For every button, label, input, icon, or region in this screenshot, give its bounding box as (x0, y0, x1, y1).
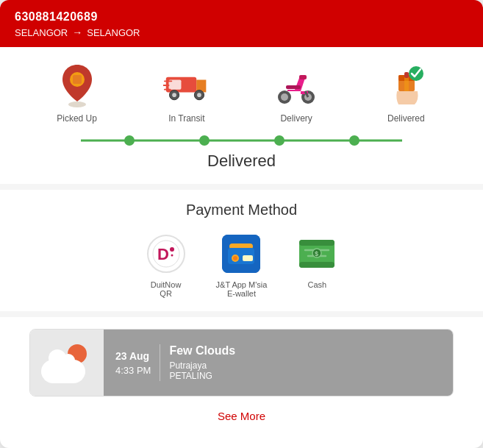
step-delivered: Delivered (373, 62, 439, 124)
svg-rect-31 (243, 255, 253, 261)
step-icon-delivery (273, 62, 320, 109)
steps-container: Picked Up (22, 62, 461, 124)
step-icon-delivered (382, 62, 429, 109)
duitnow-label: DuitNowQR (151, 280, 182, 298)
payment-section-title: Payment Method (22, 202, 461, 218)
duitnow-icon-wrap: D (146, 233, 187, 274)
step-picked-up: Picked Up (44, 62, 110, 124)
current-status: Delivered (22, 152, 461, 171)
main-card: 630881420689 SELANGOR → SELANGOR Pic (0, 0, 483, 448)
progress-dot-2 (199, 135, 210, 146)
step-delivery: Delivery (263, 62, 329, 124)
destination-label: SELANGOR (87, 27, 140, 38)
jt-wallet-icon-wrap (221, 233, 262, 274)
svg-rect-2 (73, 75, 82, 84)
step-icon-in-transit (163, 62, 210, 109)
weather-info-section: 23 Aug 4:33 PM Few Clouds Putrajaya PETA… (104, 330, 453, 396)
progress-dot-3 (274, 135, 285, 146)
svg-point-0 (68, 102, 86, 107)
weather-icon-section (30, 330, 104, 396)
tracking-number: 630881420689 (15, 10, 468, 24)
svg-rect-17 (286, 85, 301, 89)
step-icon-picked-up (54, 62, 101, 109)
payment-cash: $ Cash (296, 233, 337, 298)
svg-text:$: $ (315, 250, 318, 257)
body: Picked Up (0, 47, 483, 442)
see-more-button[interactable]: See More (218, 410, 265, 422)
progress-dots (124, 135, 359, 146)
weather-time: 4:33 PM (115, 365, 151, 376)
svg-rect-35 (299, 240, 334, 246)
route: SELANGOR → SELANGOR (15, 26, 468, 38)
header: 630881420689 SELANGOR → SELANGOR (0, 0, 483, 47)
weather-datetime: 23 Aug 4:33 PM (115, 350, 151, 376)
svg-rect-36 (299, 262, 334, 268)
svg-point-6 (172, 93, 176, 97)
svg-rect-22 (404, 72, 409, 78)
payment-jt-wallet: J&T App M'siaE-wallet (216, 233, 268, 298)
svg-rect-16 (299, 75, 307, 79)
weather-icon (41, 343, 93, 383)
svg-text:D: D (157, 245, 169, 263)
progress-dot-4 (349, 135, 359, 146)
cash-label: Cash (308, 280, 327, 289)
route-arrow-icon: → (72, 26, 82, 38)
weather-district: PETALING (169, 371, 235, 381)
payment-duitnow: D DuitNowQR (146, 233, 187, 298)
weather-details: Few Clouds Putrajaya PETALING (169, 344, 235, 381)
weather-cloud-icon (41, 360, 85, 383)
weather-date: 23 Aug (115, 350, 151, 362)
duitnow-icon: D (147, 235, 185, 273)
svg-point-27 (171, 255, 173, 257)
progress-dot-1 (124, 135, 135, 146)
svg-point-15 (281, 93, 288, 101)
weather-card: 23 Aug 4:33 PM Few Clouds Putrajaya PETA… (29, 329, 454, 397)
origin-label: SELANGOR (15, 27, 68, 38)
svg-point-8 (197, 93, 201, 97)
weather-city: Putrajaya (169, 360, 235, 371)
svg-point-26 (170, 247, 174, 252)
step-in-transit: In Transit (154, 62, 220, 124)
svg-point-33 (233, 256, 237, 260)
weather-vertical-divider (160, 344, 160, 381)
step-label-picked-up: Picked Up (57, 113, 97, 124)
progress-bar-container (44, 135, 439, 146)
see-more-section: See More (22, 410, 461, 430)
jt-wallet-icon (222, 235, 260, 273)
payment-methods: D DuitNowQR (22, 233, 461, 298)
weather-condition: Few Clouds (169, 344, 235, 358)
section-divider-2 (0, 311, 483, 317)
jt-wallet-label: J&T App M'siaE-wallet (216, 280, 268, 298)
cash-icon-wrap: $ (296, 233, 337, 274)
cash-icon: $ (298, 235, 336, 273)
section-divider-1 (0, 184, 483, 190)
step-label-delivered: Delivered (387, 113, 425, 124)
step-label-in-transit: In Transit (168, 113, 204, 124)
step-label-delivery: Delivery (280, 113, 312, 124)
